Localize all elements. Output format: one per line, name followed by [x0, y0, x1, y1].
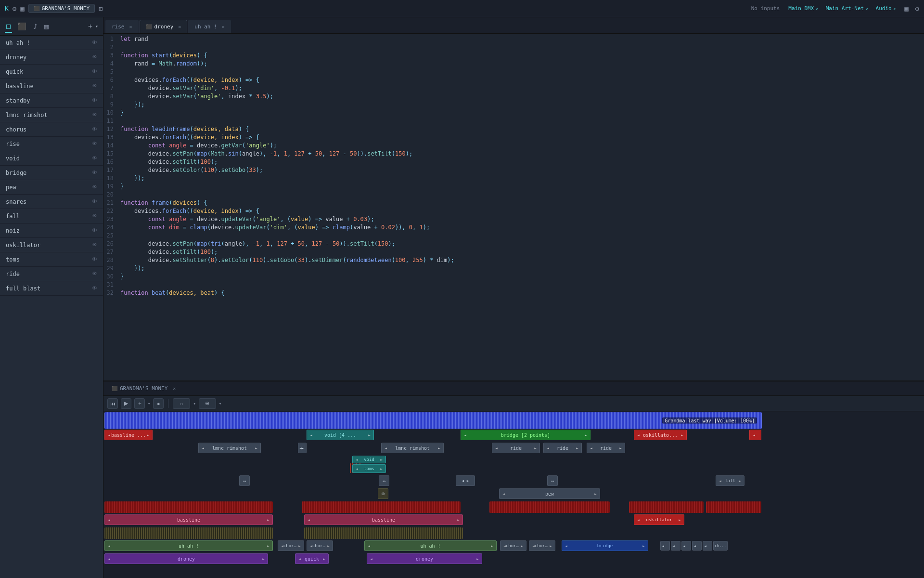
settings-icon[interactable]: ⚙	[915, 5, 919, 13]
clip-oskillator-2[interactable]: ◄ oskillator ►	[634, 514, 684, 525]
clip-ride-2[interactable]: ◄ ride ►	[543, 443, 582, 453]
tab-rise-close[interactable]: ✕	[129, 24, 132, 29]
eye-icon[interactable]: 👁	[92, 184, 97, 190]
clip-fall-1[interactable]: ◄ fall ►	[716, 475, 744, 486]
clip-uh-ah-1[interactable]: ◄ uh ah ! ►	[104, 540, 273, 551]
clip-icon-3[interactable]: ◄ ►	[456, 475, 475, 486]
sidebar-item-pew[interactable]: pew 👁	[0, 180, 103, 195]
audio-button[interactable]: Audio ↗	[876, 5, 896, 12]
sidebar-item-lmnc[interactable]: lmnc rimshot 👁	[0, 108, 103, 122]
sidebar-tool-scene[interactable]: □	[5, 20, 12, 33]
clip-small-2[interactable]: ◄	[671, 541, 680, 551]
sidebar-add-button[interactable]: ＋ ▾	[87, 22, 98, 31]
sidebar-item-droney[interactable]: droney 👁	[0, 50, 103, 65]
sidebar-item-snares[interactable]: snares 👁	[0, 195, 103, 209]
clip-droney-2[interactable]: ◄ droney ►	[367, 553, 482, 564]
clip-bassline-3[interactable]: ◄ bassline ►	[304, 514, 463, 525]
eye-icon[interactable]: 👁	[92, 227, 97, 234]
sidebar-item-bridge[interactable]: bridge 👁	[0, 166, 103, 180]
eye-icon[interactable]: 👁	[92, 213, 97, 219]
eye-icon[interactable]: 👁	[92, 112, 97, 118]
sidebar-item-full-blast[interactable]: full blast 👁	[0, 281, 103, 296]
transport-start-button[interactable]: ⏮	[107, 398, 118, 409]
tab-droney[interactable]: ⬛ droney ✕	[140, 20, 188, 33]
clip-red-end[interactable]: ◄	[749, 430, 761, 440]
clip-oskillator-1[interactable]: ◄ oskillato... ►	[634, 430, 687, 440]
eye-icon[interactable]: 👁	[92, 155, 97, 161]
sidebar-item-oskillator[interactable]: oskillator 👁	[0, 238, 103, 252]
clip-bridge-1[interactable]: ◄ bridge [2 points] ►	[461, 430, 590, 440]
clip-chorus-3[interactable]: ◄ chorus ►	[500, 540, 526, 551]
clip-bassline-2[interactable]: ◄ bassline ►	[104, 514, 273, 525]
clip-lmnc-1[interactable]: ◄ lmnc rimshot ►	[198, 443, 261, 453]
clip-small-4[interactable]: ◄	[692, 541, 702, 551]
clip-small-1[interactable]: ◄	[660, 541, 670, 551]
zoom-fit-button[interactable]: ↔	[173, 398, 190, 409]
eye-icon[interactable]: 👁	[92, 68, 97, 75]
clip-ride-1[interactable]: ◄ ride ►	[492, 443, 540, 453]
eye-icon[interactable]: 👁	[92, 170, 97, 176]
clip-small-mid[interactable]: ◄►	[298, 443, 307, 453]
tab-rise[interactable]: rise ✕	[105, 20, 139, 33]
clip-small-3[interactable]: ◄	[681, 541, 691, 551]
transport-add-button[interactable]: ＋	[134, 398, 145, 409]
timeline-content[interactable]: Grandma last wav [Volume: 100%] ◄ bassli…	[103, 411, 924, 578]
tab-uh-ah[interactable]: uh ah ! ✕	[188, 20, 231, 33]
transport-record-button[interactable]: ●	[153, 398, 164, 409]
timeline-tab-close[interactable]: ✕	[173, 386, 176, 391]
clip-small-5[interactable]: ◄	[703, 541, 712, 551]
sidebar-item-ride[interactable]: ride 👁	[0, 267, 103, 281]
eye-icon[interactable]: 👁	[92, 97, 97, 104]
project-tab[interactable]: ⬛ GRANDMA'S MONEY	[28, 4, 95, 13]
timeline-tab-main[interactable]: ⬛ GRANDMA'S MONEY ✕	[106, 383, 181, 394]
clip-quick-1[interactable]: ◄ quick ►	[295, 553, 329, 564]
sidebar-item-chorus[interactable]: chorus 👁	[0, 122, 103, 137]
eye-icon[interactable]: 👁	[92, 198, 97, 205]
eye-icon[interactable]: 👁	[92, 242, 97, 248]
sidebar-item-rise[interactable]: rise 👁	[0, 137, 103, 151]
sidebar-tool-grid[interactable]: ▦	[43, 21, 50, 32]
main-dmx-button[interactable]: Main DMX ↗	[788, 5, 818, 12]
code-editor[interactable]: 1 let rand 2 3 function start(devices) {…	[103, 34, 924, 381]
window-icon[interactable]: ▣	[20, 5, 24, 13]
clip-chorus-1[interactable]: ◄ chorus ►	[278, 540, 304, 551]
clip-pew-1[interactable]: ◄ pew ►	[499, 488, 600, 499]
eye-icon[interactable]: 👁	[92, 54, 97, 60]
clip-ride-3[interactable]: ◄ ride ►	[587, 443, 625, 453]
clip-small-6[interactable]: ch...	[713, 541, 728, 551]
eye-icon[interactable]: 👁	[92, 271, 97, 277]
sidebar-item-standby[interactable]: standby 👁	[0, 93, 103, 108]
clip-lmnc-2[interactable]: ◄ lmnc rimshot ►	[381, 443, 444, 453]
tab-droney-close[interactable]: ✕	[178, 24, 181, 29]
sidebar-item-bassline[interactable]: bassline 👁	[0, 79, 103, 93]
clip-face-icon[interactable]: ☺	[378, 488, 388, 499]
clip-uh-ah-2[interactable]: ◄ uh ah ! ►	[364, 540, 497, 551]
sidebar-item-toms[interactable]: toms 👁	[0, 252, 103, 267]
sidebar-item-void[interactable]: void 👁	[0, 151, 103, 166]
sidebar-item-quick[interactable]: quick 👁	[0, 65, 103, 79]
transport-play-button[interactable]: ▶	[121, 398, 131, 409]
clip-void-1[interactable]: ◄ void [4 ... ►	[307, 430, 374, 440]
clip-droney-1[interactable]: ◄ droney ►	[104, 553, 268, 564]
eye-icon[interactable]: 👁	[92, 126, 97, 132]
sidebar-item-uh-ah[interactable]: uh ah ! 👁	[0, 36, 103, 50]
clip-bridge-2[interactable]: ◄ bridge ►	[562, 540, 648, 551]
tab-uh-ah-close[interactable]: ✕	[222, 24, 225, 29]
sidebar-item-fall[interactable]: fall 👁	[0, 209, 103, 223]
clip-icon-1[interactable]: ⇔	[239, 475, 250, 486]
clip-bassline-1[interactable]: ◄ bassline ... ►	[104, 430, 153, 440]
clip-chorus-4[interactable]: ◄ chorus ►	[529, 540, 555, 551]
clip-icon-2[interactable]: ⇔	[379, 475, 389, 486]
sidebar-item-noiz[interactable]: noiz 👁	[0, 223, 103, 238]
clip-toms-1[interactable]: ◄ toms ►	[352, 464, 386, 473]
sidebar-tool-audio[interactable]: ♪	[32, 21, 39, 32]
gear-icon[interactable]: ⚙	[13, 5, 16, 13]
eye-icon[interactable]: 👁	[92, 141, 97, 147]
eye-icon[interactable]: 👁	[92, 285, 97, 291]
eye-icon[interactable]: 👁	[92, 83, 97, 89]
zoom-plus-button[interactable]: ⊕	[199, 398, 216, 409]
grid-icon[interactable]: ⊞	[99, 5, 103, 13]
clip-void-2[interactable]: ◄ void ►	[352, 456, 386, 463]
clip-icon-4[interactable]: ⇔	[547, 475, 558, 486]
main-artnet-button[interactable]: Main Art-Net ↗	[826, 5, 868, 12]
